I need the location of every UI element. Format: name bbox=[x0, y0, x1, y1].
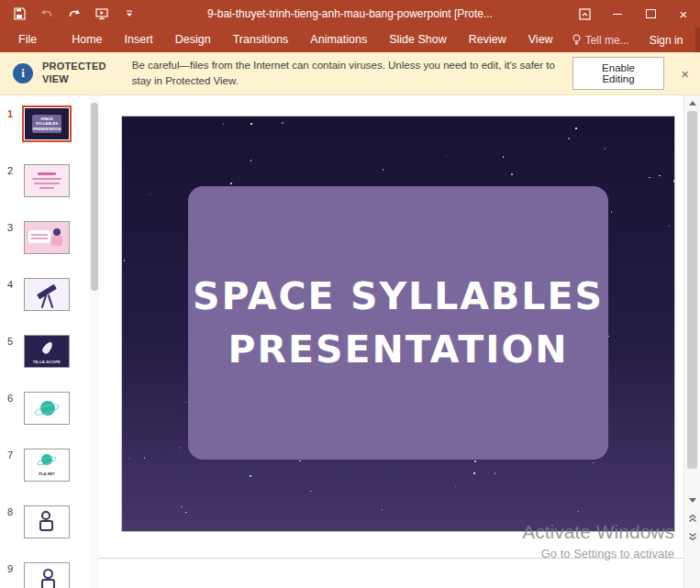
mini-rocket bbox=[41, 340, 55, 355]
enable-editing-button[interactable]: Enable Editing bbox=[572, 57, 665, 90]
ribbon-display-options-button[interactable] bbox=[568, 0, 601, 28]
slide-title-card[interactable]: SPACE SYLLABLES PRESENTATION bbox=[188, 186, 608, 460]
maximize-button[interactable] bbox=[634, 0, 667, 28]
tab-transitions[interactable]: Transitions bbox=[222, 28, 300, 52]
lightbulb-icon bbox=[572, 34, 582, 46]
slide-thumbnail-9[interactable]: 9 bbox=[0, 561, 89, 588]
mini-character-head bbox=[53, 228, 61, 236]
slide-number: 7 bbox=[7, 449, 13, 460]
slide-thumbnail-7[interactable]: 7 PLA-NET bbox=[0, 448, 89, 505]
slide-6-thumb bbox=[24, 392, 70, 425]
mini-astronaut-suit bbox=[39, 520, 53, 531]
slide-thumbnail-2[interactable]: 2 bbox=[0, 163, 89, 220]
tab-view[interactable]: View bbox=[517, 28, 564, 52]
slide-thumbnail-panel: 1 SPACE SYLLABLES PRESENTATION 2 3 bbox=[0, 95, 89, 588]
close-button[interactable]: × bbox=[667, 0, 700, 28]
tell-me-label: Tell me... bbox=[585, 34, 629, 47]
slide-edit-area: SPACE SYLLABLES PRESENTATION Activate Wi… bbox=[100, 95, 683, 588]
mini-caption: TE-LE-SCOPE bbox=[25, 360, 69, 364]
undo-button[interactable] bbox=[33, 0, 61, 28]
triangle-up-icon bbox=[689, 101, 696, 105]
tab-design[interactable]: Design bbox=[164, 28, 222, 52]
scrollbar-thumb[interactable] bbox=[687, 111, 697, 469]
slide-title-line-2: PRESENTATION bbox=[228, 327, 568, 372]
protected-view-title: PROTECTED VIEW bbox=[42, 61, 108, 86]
start-slideshow-button[interactable] bbox=[88, 0, 116, 28]
slide-number: 8 bbox=[7, 506, 13, 517]
title-bar: 9-bai-thuyet-trinh-tieng-anh-mau-bang-po… bbox=[0, 0, 700, 28]
mini-title-card: SPACE SYLLABLES PRESENTATION bbox=[32, 115, 61, 133]
slide-thumbnail-3[interactable]: 3 bbox=[0, 220, 89, 277]
scroll-down-button[interactable] bbox=[684, 491, 700, 509]
customize-qat-button[interactable] bbox=[116, 0, 143, 28]
redo-button[interactable] bbox=[61, 0, 88, 28]
slide-number: 4 bbox=[7, 279, 13, 290]
undo-icon bbox=[40, 8, 53, 20]
mini-text-line bbox=[34, 183, 60, 184]
slide-title-line-1: SPACE SYLLABLES bbox=[193, 274, 604, 318]
mini-telescope-leg bbox=[48, 294, 54, 308]
watermark-line-2: Go to Settings to activate bbox=[522, 547, 674, 560]
next-slide-button[interactable] bbox=[684, 527, 700, 546]
slide-number: 6 bbox=[7, 393, 13, 404]
quick-access-toolbar bbox=[6, 0, 143, 28]
mini-text-line bbox=[39, 187, 54, 189]
slide-3-thumb bbox=[24, 221, 70, 254]
slide-thumbnail-8[interactable]: 8 bbox=[0, 505, 89, 561]
slide-thumbnail-1[interactable]: 1 SPACE SYLLABLES PRESENTATION bbox=[0, 106, 89, 163]
mini-astronaut-helmet bbox=[43, 569, 53, 579]
save-icon bbox=[13, 7, 26, 20]
save-button[interactable] bbox=[6, 0, 33, 28]
slide-thumbnail-4[interactable]: 4 bbox=[0, 277, 89, 334]
slide-number: 5 bbox=[7, 336, 13, 347]
mini-telescope bbox=[37, 284, 57, 300]
slide-thumbnail-5[interactable]: 5 TE-LE-SCOPE bbox=[0, 334, 89, 391]
ribbon-tab-bar: File Home Insert Design Transitions Anim… bbox=[0, 28, 700, 52]
slide-thumbnail-6[interactable]: 6 bbox=[0, 391, 89, 448]
mini-astronaut-suit bbox=[41, 579, 55, 588]
mini-text-line bbox=[38, 172, 56, 175]
workspace: 1 SPACE SYLLABLES PRESENTATION 2 3 bbox=[0, 95, 700, 588]
slide-8-thumb bbox=[24, 505, 70, 538]
vertical-scrollbar[interactable] bbox=[683, 95, 700, 588]
sign-in-button[interactable]: Sign in bbox=[637, 34, 696, 47]
tab-animations[interactable]: Animations bbox=[299, 28, 378, 52]
mini-character-body bbox=[51, 236, 62, 246]
watermark-line-1: Activate Windows bbox=[522, 521, 674, 543]
thumbnail-scrollbar-thumb[interactable] bbox=[91, 103, 98, 291]
slide-canvas[interactable]: SPACE SYLLABLES PRESENTATION bbox=[122, 116, 674, 531]
dismiss-bar-close-icon[interactable]: × bbox=[681, 67, 689, 81]
slide-2-thumb bbox=[24, 164, 70, 197]
tab-home[interactable]: Home bbox=[61, 28, 113, 52]
slide-number: 1 bbox=[7, 108, 13, 119]
tab-review[interactable]: Review bbox=[458, 28, 517, 52]
share-button[interactable]: Share bbox=[695, 28, 700, 52]
tell-me-box[interactable]: Tell me... bbox=[564, 34, 637, 47]
powerpoint-window: 9-bai-thuyet-trinh-tieng-anh-mau-bang-po… bbox=[0, 0, 700, 588]
redo-icon bbox=[68, 8, 81, 20]
mini-text-line bbox=[32, 178, 61, 180]
tab-slide-show[interactable]: Slide Show bbox=[378, 28, 458, 52]
tab-insert[interactable]: Insert bbox=[114, 28, 164, 52]
maximize-icon bbox=[646, 9, 656, 18]
close-icon: × bbox=[680, 7, 688, 21]
scroll-up-button[interactable] bbox=[684, 95, 700, 110]
minimize-button[interactable] bbox=[601, 0, 634, 28]
double-chevron-up-icon bbox=[688, 514, 697, 523]
slide-4-thumb bbox=[24, 278, 70, 311]
chevron-down-icon bbox=[126, 10, 133, 17]
slideshow-monitor-icon bbox=[95, 7, 108, 20]
slide-number: 3 bbox=[7, 222, 13, 233]
minimize-icon bbox=[613, 14, 622, 15]
window-title: 9-bai-thuyet-trinh-tieng-anh-mau-bang-po… bbox=[207, 0, 493, 28]
slide-number: 2 bbox=[7, 165, 13, 176]
thumbnail-panel-scrollbar[interactable] bbox=[89, 95, 100, 588]
slide-9-thumb bbox=[24, 562, 70, 588]
mini-planet-ring bbox=[36, 455, 57, 467]
slide-5-thumb: TE-LE-SCOPE bbox=[24, 335, 70, 368]
tab-file[interactable]: File bbox=[4, 28, 51, 52]
mini-caption: PLA-NET bbox=[25, 472, 69, 476]
double-chevron-down-icon bbox=[688, 532, 697, 541]
previous-slide-button[interactable] bbox=[684, 509, 700, 527]
slide-7-thumb: PLA-NET bbox=[24, 449, 70, 482]
